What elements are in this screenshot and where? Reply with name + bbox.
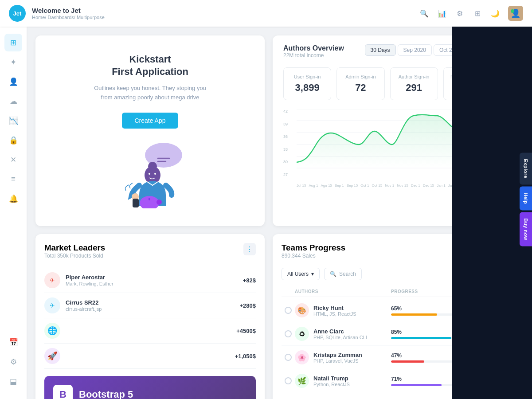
kickstart-illustration [110, 137, 190, 208]
sidebar-item-reports[interactable]: 📉 [4, 112, 22, 129]
progress-bar-bg [391, 337, 462, 339]
x-label: Nov 1 [385, 184, 394, 188]
progress-cell: 85% [391, 329, 462, 339]
settings-icon[interactable]: ⚙ [455, 8, 465, 18]
progress-pct: 85% [391, 329, 462, 335]
piper-icon: ✈ [50, 277, 55, 284]
sidebar-item-cloud[interactable]: ☁ [4, 92, 22, 110]
svg-point-6 [148, 162, 157, 171]
buy-now-tab[interactable]: Buy now [520, 212, 532, 246]
topnav: Jet Welcome to Jet Home/ Dashboards/ Mul… [0, 0, 532, 27]
x-label: Agu 15 [321, 184, 332, 188]
author-avatar: 🌸 [295, 350, 309, 364]
app-logo[interactable]: Jet [9, 5, 26, 22]
search-icon[interactable]: 🔍 [419, 8, 429, 18]
chevron-down-icon: ▾ [311, 271, 314, 277]
help-tab[interactable]: Help [520, 186, 532, 210]
tab-sep2020[interactable]: Sep 2020 [398, 44, 432, 56]
y-label-39: 39 [283, 122, 293, 126]
y-label-42: 42 [283, 109, 293, 113]
row-checkbox[interactable] [285, 377, 292, 384]
market-row-cirrus: ✈ Cirrus SR22 cirrus-aircraft.jsp +280$ [44, 293, 256, 318]
market-row-3: 🌐 +4500$ [44, 318, 256, 344]
sidebar-item-close[interactable]: ✕ [4, 151, 22, 168]
authors-title: Authors Overview [283, 44, 344, 52]
x-label: Dec 15 [423, 184, 434, 188]
chart-icon[interactable]: 📊 [437, 8, 447, 18]
market-leaders-card: Market Leaders Total 350k Products Sold … [35, 234, 265, 399]
piper-change: +82$ [243, 277, 256, 284]
svg-point-12 [149, 173, 150, 175]
sidebar-item-notifications[interactable]: 🔔 [4, 190, 22, 207]
sidebar-item-security[interactable]: 🔒 [4, 131, 22, 149]
x-label: Oct 15 [372, 184, 383, 188]
main-content: KickstartFirst Application Outlines keep… [27, 27, 511, 399]
progress-bar-bg [391, 313, 462, 316]
explore-tab[interactable]: Explore [520, 153, 532, 184]
item4-icon: 🚀 [47, 351, 57, 361]
svg-point-13 [154, 173, 156, 175]
item3-logo: 🌐 [44, 323, 60, 339]
bootstrap-badge: B Bootstrap 5 [44, 376, 256, 399]
author-avatar: 🌿 [295, 374, 309, 388]
author-skills: PHP, SQLite, Artisan CLI [313, 335, 367, 340]
sidebar-item-layers[interactable]: ⚙ [4, 353, 22, 371]
search-icon: 🔍 [330, 271, 336, 277]
stat-user-signin: User Sign-in 3,899 [283, 67, 331, 100]
x-label: Sep 15 [347, 184, 358, 188]
sidebar-item-menu[interactable]: ≡ [4, 170, 22, 188]
stat-author-signin: Author Sign-in 291 [390, 67, 438, 100]
item4-change: +1,050$ [235, 353, 256, 360]
y-label-33: 33 [283, 147, 293, 152]
stat-author-signin-label: Author Sign-in [397, 74, 431, 79]
dark-mode-icon[interactable]: 🌙 [490, 8, 500, 18]
piper-name: Piper Aerostar [66, 274, 113, 281]
x-label: Nov 15 [397, 184, 408, 188]
bootstrap-icon: B [53, 385, 73, 399]
cirrus-logo: ✈ [44, 297, 60, 313]
cirrus-info: Cirrus SR22 cirrus-aircraft.jsp [66, 299, 102, 312]
piper-info: Piper Aerostar Mark, Rowling, Esther [66, 274, 113, 286]
kickstart-description: Outlines keep you honest. They stoping y… [93, 84, 208, 102]
progress-pct: 47% [391, 352, 462, 359]
progress-pct: 65% [391, 305, 462, 312]
progress-pct: 71% [391, 376, 462, 382]
users-filter-label: All Users [287, 271, 309, 277]
sidebar-item-analytics[interactable]: ✦ [4, 53, 22, 71]
sidebar-item-users[interactable]: 👤 [4, 73, 22, 90]
kickstart-title: KickstartFirst Application [112, 53, 188, 78]
sidebar-item-calendar[interactable]: 📅 [4, 333, 22, 351]
row-checkbox[interactable] [285, 354, 292, 361]
author-info: ♻ Anne Clarc PHP, SQLite, Artisan CLI [295, 327, 391, 341]
market-leaders-subtitle: Total 350k Products Sold [44, 253, 105, 259]
market-more-button[interactable]: ⋮ [243, 243, 256, 255]
col-authors: AUTHORS [295, 289, 391, 294]
illustration [110, 137, 190, 208]
author-info: 🌸 Kristaps Zumman PHP, Laravel, VueJS [295, 350, 391, 364]
piper-logo: ✈ [44, 272, 60, 288]
stat-author-signin-value: 291 [397, 82, 431, 94]
sidebar-item-grid[interactable]: ⬓ [4, 372, 22, 390]
grid-icon[interactable]: ⊞ [473, 8, 482, 18]
tab-30days[interactable]: 30 Days [365, 44, 396, 56]
bootstrap-label: Bootstrap 5 [79, 389, 133, 399]
users-filter-select[interactable]: All Users ▾ [282, 268, 320, 280]
row-checkbox[interactable] [285, 330, 292, 337]
teams-search-box[interactable]: 🔍 Search [324, 268, 362, 280]
y-label-36: 36 [283, 134, 293, 139]
create-app-button[interactable]: Create App [122, 113, 178, 129]
dark-panel-tabs: Explore Help Buy now [520, 153, 532, 246]
market-row-4: 🚀 +1,050$ [44, 344, 256, 369]
sidebar-item-dashboard[interactable]: ⊞ [4, 34, 22, 51]
author-name: Natali Trump [313, 375, 350, 382]
avatar[interactable]: 👤 [508, 6, 523, 21]
progress-bar-fill [391, 360, 424, 363]
row-checkbox[interactable] [285, 307, 292, 314]
x-label: Jan 1 [437, 184, 446, 188]
cirrus-sub: cirrus-aircraft.jsp [66, 306, 102, 312]
chart-y-axis: 42 39 36 33 30 27 [283, 109, 293, 188]
y-label-27: 27 [283, 172, 293, 177]
progress-cell: 71% [391, 376, 462, 386]
progress-bar-fill [391, 337, 451, 339]
progress-bar-fill [391, 384, 442, 386]
